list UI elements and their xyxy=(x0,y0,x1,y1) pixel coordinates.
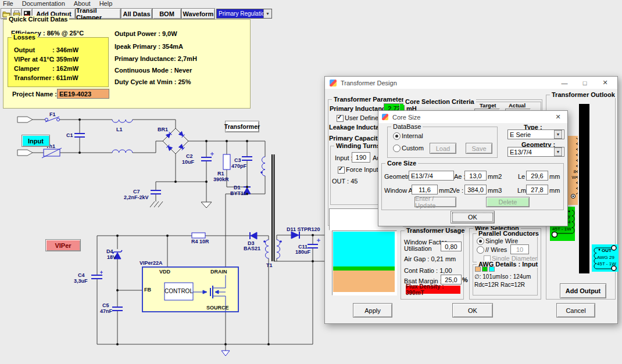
bridge-diodes xyxy=(166,132,185,151)
load-button[interactable]: Load xyxy=(430,143,456,154)
resistor-r4-symbol xyxy=(192,233,205,238)
core-size-dialog: Core Size ✕ DataBase Internal Custom Loa… xyxy=(378,110,568,226)
close-icon[interactable]: ✕ xyxy=(596,77,614,89)
awg-rdc-label: Rdc=12R xyxy=(474,282,499,289)
force-input-checkbox[interactable] xyxy=(338,167,345,174)
label-d11: D11 STPR120 xyxy=(287,226,320,232)
custom-radio[interactable] xyxy=(393,145,401,152)
output-winding-name: OUT xyxy=(602,248,612,253)
type-chevron-down-icon[interactable]: ▼ xyxy=(554,130,562,139)
label-c3: C3 xyxy=(234,157,241,163)
primary-winding-fragment-8: 8 xyxy=(574,169,576,174)
label-c7: C7 xyxy=(133,189,140,194)
label-c7v: 2,2nF-2kV xyxy=(124,194,149,200)
viper-design-window: File Documentation About Help Add Output… xyxy=(0,0,622,364)
transformer-schematic-button[interactable]: Transformer xyxy=(225,121,259,132)
primary-color-swatch xyxy=(475,266,481,272)
choke-symbol xyxy=(112,120,133,153)
ve-unit: mm3 xyxy=(488,187,502,194)
geometry-chevron-down-icon[interactable]: ▼ xyxy=(554,147,562,156)
label-c5: C5 xyxy=(102,302,109,308)
apply-button[interactable]: Apply xyxy=(353,303,392,318)
label-c3v: 470pF xyxy=(231,163,246,169)
core-close-icon[interactable]: ✕ xyxy=(550,111,566,123)
parallel-conductors-title: Parallel Conductors xyxy=(477,230,541,237)
cancel-button[interactable]: Cancel xyxy=(556,303,595,318)
fill-output-region xyxy=(333,232,395,266)
maximize-icon[interactable]: □ xyxy=(576,77,594,89)
control-label: CONTROL xyxy=(165,283,193,300)
viper-schematic-button[interactable]: VIPer xyxy=(45,239,81,251)
awg-iso-label: Iso : 124um xyxy=(501,273,531,280)
transformer-design-titlebar[interactable]: Transformer Design xyxy=(325,77,617,89)
core-lines xyxy=(272,154,274,261)
aux-winding-fragment-y: y xyxy=(568,214,570,219)
label-c1: C1 xyxy=(66,132,73,138)
chassis-ground-symbol xyxy=(150,201,163,207)
le-field[interactable]: 29,6 xyxy=(526,171,548,181)
ae-field[interactable]: 13,0 xyxy=(464,171,487,181)
label-t1: T1 xyxy=(266,262,273,268)
flux-density-banner: Flux Density : 390mT xyxy=(406,286,460,294)
single-wire-radio[interactable] xyxy=(477,237,484,245)
label-br1: BR1 xyxy=(158,127,168,132)
fill-aux-region xyxy=(333,266,395,271)
output-winding-turns: 45T - 1W xyxy=(597,261,616,266)
delete-button[interactable]: Delete xyxy=(486,197,530,207)
input-schematic-button[interactable]: Input xyxy=(22,135,50,147)
ground-symbol xyxy=(201,202,212,208)
pin-drain: DRAIN xyxy=(210,269,227,275)
database-title: DataBase xyxy=(391,123,423,130)
window-area-field[interactable]: 11,6 xyxy=(412,185,438,194)
winding-turns-title: Winding Turns xyxy=(334,142,382,149)
winding-fill-diagram xyxy=(332,230,397,295)
transformer-t1-symbol xyxy=(262,157,280,258)
internal-label: Internal xyxy=(402,132,423,140)
window-factor-field[interactable]: 0,80 xyxy=(441,242,462,251)
lm-field[interactable]: 27,8 xyxy=(526,185,548,194)
ve-field[interactable]: 384,0 xyxy=(464,185,487,194)
minimize-icon[interactable]: — xyxy=(556,77,573,89)
core-ok-button[interactable]: OK xyxy=(451,211,495,224)
thermistor-symbol xyxy=(42,148,62,158)
core-size-titlebar[interactable]: Core Size xyxy=(378,111,567,123)
winding-input-field[interactable]: 190 xyxy=(352,152,370,163)
label-viper22a: VIPer22A xyxy=(140,260,163,266)
air-gap-label: Air Gap : 0,21 mm xyxy=(404,255,456,263)
transformer-design-title: Transformer Design xyxy=(341,80,397,87)
lm-unit: mm xyxy=(549,187,560,194)
label-l1: L1 xyxy=(116,127,123,132)
core-size-group-title: Core Size xyxy=(385,160,418,167)
winding-out-label: OUT : 45 xyxy=(332,178,358,185)
pin-fb: FB xyxy=(144,287,151,293)
label-c2: C2 xyxy=(186,153,193,159)
awg-rac-label: Rac=12R xyxy=(501,282,525,289)
pin-source: SOURCE xyxy=(206,305,229,311)
label-r4: R4 10R xyxy=(191,239,209,244)
label-d3v: BAS21 xyxy=(244,246,260,251)
bsat-pct-label: % xyxy=(462,276,468,284)
parallel-wires-radio[interactable] xyxy=(477,246,484,254)
primary-winding-fragment-w: W xyxy=(571,175,576,180)
force-input-label: Force Input xyxy=(346,166,378,174)
label-f1: F1 xyxy=(49,111,56,117)
fill-primary-region xyxy=(333,271,395,292)
enter-update-button[interactable]: Enter / Update xyxy=(414,197,456,207)
internal-radio[interactable] xyxy=(393,132,401,140)
label-c2v: 10uF xyxy=(182,159,194,165)
aux-winding-turns-label: 45T - 1W xyxy=(552,226,571,232)
output-winding-box: OUT AWG 29 45T - 1W xyxy=(592,244,619,272)
user-define-checkbox[interactable] xyxy=(337,115,344,122)
output-winding-awg: AWG 29 xyxy=(597,255,614,260)
awg-diameter-label: ∅: 101um xyxy=(474,273,501,280)
phase-dots xyxy=(260,171,282,243)
parallel-wires-field[interactable]: 10 xyxy=(510,244,529,254)
add-output-button[interactable]: Add Output xyxy=(560,283,606,298)
core-bar xyxy=(579,104,589,273)
geometry-field[interactable]: E13/7/4 xyxy=(409,171,454,181)
le-unit: mm xyxy=(549,173,560,181)
save-button[interactable]: Save xyxy=(466,143,492,154)
transformer-ok-button[interactable]: OK xyxy=(452,303,493,318)
core-selection-title: Core Selection Criteria xyxy=(403,98,476,105)
aux-color-swatch xyxy=(482,266,488,272)
